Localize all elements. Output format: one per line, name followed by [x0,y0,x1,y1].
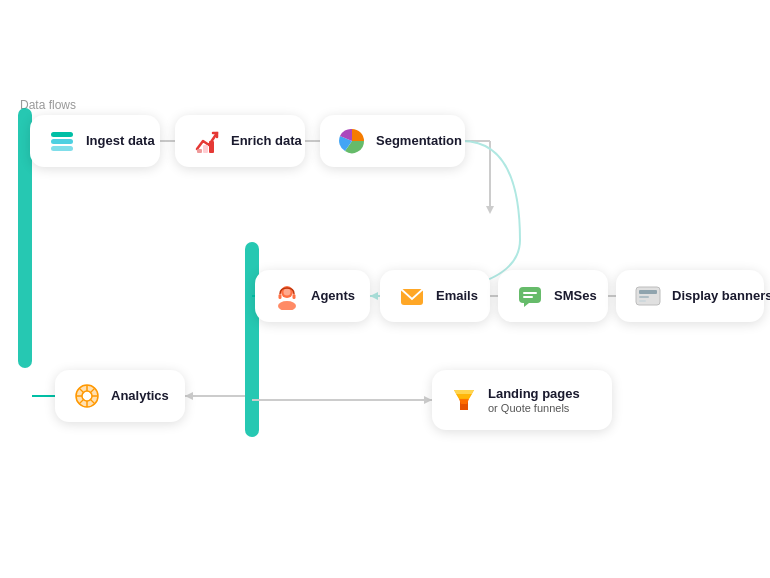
svg-rect-19 [51,132,73,137]
svg-marker-15 [185,392,193,400]
landing-pages-sublabel: or Quote funnels [488,402,580,414]
smses-card: SMSes [498,270,608,322]
svg-marker-13 [424,396,432,404]
landing-pages-icon [448,384,480,416]
segmentation-icon [336,125,368,157]
svg-rect-21 [51,146,73,151]
agents-label: Agents [311,288,355,304]
ingest-data-card: Ingest data [30,115,160,167]
svg-rect-29 [293,294,296,299]
svg-rect-24 [209,141,214,153]
analytics-label: Analytics [111,388,169,404]
analytics-card: Analytics [55,370,185,422]
svg-rect-31 [519,287,541,303]
svg-rect-28 [279,294,282,299]
ingest-data-label: Ingest data [86,133,155,149]
display-banners-icon [632,280,664,312]
svg-marker-4 [486,206,494,214]
analytics-icon [71,380,103,412]
display-banners-label: Display banners [672,288,770,304]
svg-rect-37 [639,296,649,298]
svg-point-26 [278,301,296,310]
smses-icon [514,280,546,312]
segmentation-label: Segmentation [376,133,462,149]
agents-card: Agents [255,270,370,322]
emails-card: Emails [380,270,490,322]
svg-rect-36 [639,290,657,294]
svg-rect-23 [203,145,208,153]
enrich-data-label: Enrich data [231,133,302,149]
svg-rect-38 [639,300,646,302]
display-banners-card: Display banners [616,270,764,322]
segmentation-card: Segmentation [320,115,465,167]
ingest-data-icon [46,125,78,157]
smses-label: SMSes [554,288,597,304]
agents-icon [271,280,303,312]
enrich-data-card: Enrich data [175,115,305,167]
svg-marker-32 [524,303,529,307]
diagram-container: Data flows [0,0,770,578]
svg-point-27 [284,289,291,296]
svg-rect-7 [245,242,259,437]
emails-icon [396,280,428,312]
svg-marker-49 [456,394,472,399]
svg-marker-48 [454,390,474,394]
svg-rect-22 [197,149,202,153]
section-label: Data flows [20,98,76,112]
emails-label: Emails [436,288,478,304]
svg-rect-20 [51,139,73,144]
enrich-data-icon [191,125,223,157]
landing-pages-label: Landing pages [488,386,580,402]
svg-marker-18 [370,292,378,300]
landing-pages-card: Landing pages or Quote funnels [432,370,612,430]
